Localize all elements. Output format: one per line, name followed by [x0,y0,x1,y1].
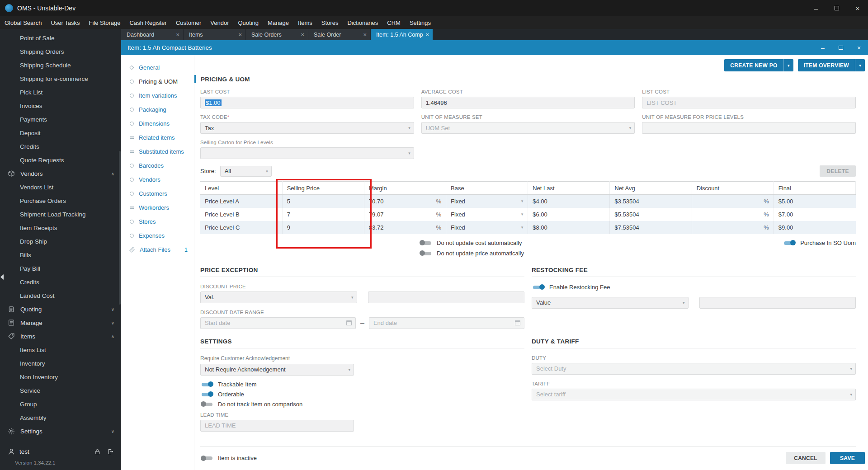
chevron-down-icon[interactable]: ▾ [783,59,793,71]
item-nav-tab[interactable]: Item variations [121,89,194,103]
margin-cell[interactable]: 70.70% [364,195,446,208]
sidebar-item[interactable]: Pay Bill [0,262,121,275]
menu-item[interactable]: Vendor [206,16,233,29]
discount-price-value-input[interactable] [368,291,525,303]
minimize-icon[interactable]: – [814,40,832,55]
menu-item[interactable]: Stores [317,16,343,29]
tax-code-select[interactable]: Tax▾ [200,122,414,134]
sidebar-item[interactable]: Landed Cost [0,289,121,302]
item-nav-tab[interactable]: Related items [121,131,194,145]
table-row[interactable]: Price Level C 9 83.72% Fixed▾ $8.00 $7.5… [200,221,856,234]
toggle-off-icon[interactable] [200,455,214,461]
toggle-off-icon[interactable] [419,250,433,257]
item-nav-tab[interactable]: Stores [121,215,194,229]
close-icon[interactable]: × [850,40,868,55]
lock-icon[interactable] [94,448,101,455]
menu-item[interactable]: Global Search [0,16,46,29]
sidebar-section-settings[interactable]: Settings ∨ [0,424,121,438]
logout-icon[interactable] [107,448,114,455]
menu-item[interactable]: User Tasks [46,16,84,29]
item-nav-tab[interactable]: Vendors [121,173,194,187]
tab-close-icon[interactable]: × [238,31,242,38]
sidebar-item[interactable]: Deposit [0,126,121,140]
restocking-value-input[interactable] [699,297,856,309]
purchase-so-uom-toggle-row[interactable]: Purchase In SO Uom [783,240,856,246]
ack-select[interactable]: Not Require Acknowledgement▾ [200,364,354,376]
sidebar-item[interactable]: Bills [0,248,121,262]
list-cost-input[interactable]: LIST COST [642,97,856,108]
sidebar-section-items[interactable]: Items ∧ [0,329,121,343]
close-icon[interactable]: × [847,0,868,16]
lead-time-input[interactable]: LEAD TIME [200,420,354,432]
sidebar-item[interactable]: Assembly [0,411,121,424]
menu-item[interactable]: Manage [263,16,293,29]
toggle-off-icon[interactable] [200,401,214,408]
sidebar-item[interactable]: Drop Ship [0,235,121,248]
sidebar-section-quoting[interactable]: Quoting ∨ [0,302,121,316]
item-nav-tab[interactable]: Pricing & UOM [121,75,194,89]
end-date-input[interactable]: End date [369,317,524,329]
sidebar-item[interactable]: Payments [0,113,121,126]
margin-cell[interactable]: 83.72% [364,221,446,234]
sidebar-section-manage[interactable]: Manage ∨ [0,316,121,329]
tab[interactable]: Dashboard × [121,29,183,40]
sidebar-section-vendors[interactable]: Vendors ∧ [0,167,121,180]
create-new-po-button[interactable]: CREATE NEW PO ▾ [724,59,793,71]
sidebar-item[interactable]: Shipping Orders [0,45,121,58]
sidebar-item[interactable]: Non Inventory [0,370,121,384]
sidebar-item[interactable]: Shipping for e-commerce [0,72,121,85]
tab-close-icon[interactable]: × [363,31,367,38]
item-nav-tab[interactable]: Packaging [121,103,194,117]
menu-item[interactable]: Items [293,16,317,29]
item-inactive-toggle-row[interactable]: Item is inactive [200,455,257,461]
menu-item[interactable]: CRM [382,16,405,29]
menu-item[interactable]: Customer [171,16,206,29]
chevron-down-icon[interactable]: ▾ [855,59,865,71]
sidebar-item[interactable]: Credits [0,275,121,289]
menu-item[interactable]: Dictionaries [343,16,382,29]
menu-item[interactable]: Settings [405,16,435,29]
enable-restocking-toggle-row[interactable]: Enable Restocking Fee [532,284,856,291]
cancel-button[interactable]: CANCEL [786,452,826,464]
average-cost-input[interactable]: 1.46496 [421,97,635,108]
discount-cell[interactable]: % [692,208,774,221]
delete-button[interactable]: DELETE [820,165,856,177]
tab-close-icon[interactable]: × [176,31,179,38]
item-nav-tab[interactable]: Substituted items [121,145,194,159]
item-nav-tab[interactable]: Barcodes [121,159,194,173]
maximize-icon[interactable] [826,0,847,16]
table-row[interactable]: Price Level B 7 79.07% Fixed▾ $6.00 $5.5… [200,208,856,221]
tab[interactable]: Items × [184,29,245,40]
margin-cell[interactable]: 79.07% [364,208,446,221]
start-date-input[interactable]: Start date [200,317,356,329]
no-update-cost-toggle-row[interactable]: Do not update cost automatically [419,240,524,246]
selling-carton-select[interactable]: ▾ [200,147,414,159]
no-track-comparison-toggle-row[interactable]: Do not track item on comparison [200,401,524,408]
item-overview-button[interactable]: ITEM OVERVIEW ▾ [798,59,865,71]
item-nav-tab-attach-files[interactable]: Attach Files 1 [121,243,194,257]
selling-price-cell[interactable]: 7 [282,208,364,221]
selling-price-cell[interactable]: 9 [282,221,364,234]
menu-item[interactable]: Quoting [233,16,263,29]
no-update-price-toggle-row[interactable]: Do not update price automatically [419,250,524,257]
toggle-off-icon[interactable] [419,240,433,246]
discount-price-type-select[interactable]: Val.▾ [200,291,357,303]
toggle-on-icon[interactable] [200,391,214,398]
base-cell[interactable]: Fixed▾ [446,221,528,234]
tab[interactable]: Sale Orders × [246,29,308,40]
toggle-on-icon[interactable] [783,240,796,246]
discount-cell[interactable]: % [692,195,774,208]
trackable-item-toggle-row[interactable]: Trackable Item [200,381,524,388]
toggle-on-icon[interactable] [200,381,214,388]
restocking-type-select[interactable]: Value▾ [532,297,689,309]
item-nav-tab[interactable]: Customers [121,187,194,201]
tab[interactable]: Item: 1.5 Ah Compa... × [371,29,433,40]
sidebar-item[interactable]: Credits [0,140,121,153]
discount-cell[interactable]: % [692,221,774,234]
tab-close-icon[interactable]: × [425,31,429,38]
sidebar-item[interactable]: Service [0,384,121,397]
sidebar-item[interactable]: Item Receipts [0,221,121,235]
item-nav-tab[interactable]: Dimensions [121,117,194,131]
sidebar-item[interactable]: Inventory [0,357,121,370]
base-cell[interactable]: Fixed▾ [446,208,528,221]
